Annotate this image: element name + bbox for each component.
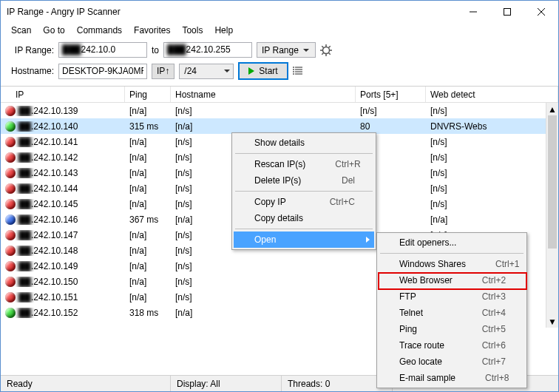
minimize-button[interactable] bbox=[456, 1, 490, 23]
col-ports[interactable]: Ports [5+] bbox=[356, 87, 426, 102]
status-bullet-icon bbox=[5, 199, 16, 209]
menu-separator bbox=[235, 153, 373, 154]
ip-up-button[interactable]: IP↑ bbox=[152, 64, 175, 79]
status-bullet-icon bbox=[5, 168, 16, 178]
col-web[interactable]: Web detect bbox=[426, 87, 558, 102]
status-bullet-icon bbox=[5, 106, 16, 116]
preferences-icon[interactable] bbox=[293, 65, 305, 77]
menu-item-ftp[interactable]: FTPCtrl+3 bbox=[379, 288, 525, 305]
menu-scan[interactable]: Scan bbox=[5, 24, 37, 37]
gear-icon[interactable] bbox=[320, 44, 332, 56]
menu-item-trace-route[interactable]: Trace routeCtrl+6 bbox=[379, 337, 525, 354]
to-label: to bbox=[152, 45, 159, 55]
menu-go-to[interactable]: Go to bbox=[37, 24, 70, 37]
menu-item-windows-shares[interactable]: Windows SharesCtrl+1 bbox=[379, 256, 525, 272]
scroll-up-icon[interactable]: ▲ bbox=[546, 103, 558, 115]
status-bullet-icon bbox=[5, 246, 16, 256]
submenu-arrow-icon bbox=[366, 237, 370, 243]
feeder-dropdown[interactable]: IP Range bbox=[257, 42, 316, 58]
close-button[interactable] bbox=[524, 1, 558, 23]
scroll-thumb[interactable] bbox=[548, 115, 557, 249]
status-bullet-icon bbox=[5, 121, 16, 132]
toolbar: IP Range: ███242.10.0 to ███242.10.255 I… bbox=[1, 38, 558, 86]
status-bullet-icon bbox=[5, 183, 16, 194]
menu-item-telnet[interactable]: TelnetCtrl+4 bbox=[379, 305, 525, 321]
svg-point-19 bbox=[293, 71, 294, 72]
window-title: IP Range - Angry IP Scanner bbox=[7, 7, 456, 17]
table-header: IP Ping Hostname Ports [5+] Web detect bbox=[1, 87, 558, 103]
col-ip[interactable]: IP bbox=[1, 87, 125, 102]
status-bullet-icon bbox=[5, 292, 16, 303]
menu-favorites[interactable]: Favorites bbox=[128, 24, 176, 37]
table-row[interactable]: ██.242.10.140315 ms[n/a]80DNVRS-Webs bbox=[1, 118, 558, 134]
status-bullet-icon bbox=[5, 152, 16, 163]
menu-item-edit-openers[interactable]: Edit openers... bbox=[379, 234, 525, 251]
svg-line-9 bbox=[322, 46, 323, 47]
status-bullet-icon bbox=[5, 137, 16, 147]
svg-point-4 bbox=[323, 47, 330, 53]
svg-rect-1 bbox=[504, 9, 511, 16]
status-bullet-icon bbox=[5, 214, 16, 225]
menu-item-ping[interactable]: PingCtrl+5 bbox=[379, 321, 525, 337]
start-button[interactable]: Start bbox=[238, 62, 288, 80]
menu-help[interactable]: Help bbox=[209, 24, 239, 37]
menu-separator bbox=[235, 229, 373, 229]
svg-point-17 bbox=[293, 67, 294, 68]
menubar: ScanGo toCommandsFavoritesToolsHelp bbox=[1, 23, 558, 38]
status-bullet-icon bbox=[5, 230, 16, 240]
vertical-scrollbar[interactable]: ▲ ▼ bbox=[546, 103, 558, 328]
status-ready: Ready bbox=[1, 376, 171, 391]
ip-to-input[interactable]: ███242.10.255 bbox=[163, 42, 252, 58]
menu-item-delete-ip-s[interactable]: Delete IP(s)Del bbox=[234, 172, 374, 189]
maximize-button[interactable] bbox=[490, 1, 524, 23]
svg-point-18 bbox=[293, 69, 294, 70]
svg-point-20 bbox=[293, 73, 294, 75]
play-icon bbox=[248, 67, 254, 75]
status-display: Display: All bbox=[171, 376, 282, 391]
svg-line-10 bbox=[329, 53, 331, 54]
ip-from-input[interactable]: ███242.10.0 bbox=[58, 42, 147, 58]
hostname-label: Hostname: bbox=[8, 66, 54, 76]
menu-item-copy-details[interactable]: Copy details bbox=[234, 210, 374, 226]
menu-separator bbox=[235, 191, 373, 192]
menu-item-web-browser[interactable]: Web BrowserCtrl+2 bbox=[379, 272, 525, 288]
svg-line-12 bbox=[322, 53, 323, 54]
menu-item-e-mail-sample[interactable]: E-mail sampleCtrl+8 bbox=[379, 370, 525, 386]
col-ping[interactable]: Ping bbox=[125, 87, 171, 102]
status-bullet-icon bbox=[5, 277, 16, 287]
range-label: IP Range: bbox=[8, 45, 54, 55]
menu-separator bbox=[380, 253, 524, 254]
context-menu: Show detailsRescan IP(s)Ctrl+RDelete IP(… bbox=[231, 132, 376, 250]
netmask-dropdown[interactable]: /24 bbox=[179, 64, 234, 79]
status-bullet-icon bbox=[5, 308, 16, 318]
menu-item-rescan-ip-s[interactable]: Rescan IP(s)Ctrl+R bbox=[234, 156, 374, 172]
scroll-down-icon[interactable]: ▼ bbox=[546, 315, 558, 328]
menu-commands[interactable]: Commands bbox=[71, 24, 128, 37]
hostname-input[interactable] bbox=[58, 64, 147, 79]
open-submenu: Edit openers...Windows SharesCtrl+1Web B… bbox=[376, 232, 527, 388]
table-row[interactable]: ██.242.10.139[n/a][n/s][n/s][n/s] bbox=[1, 103, 558, 118]
col-host[interactable]: Hostname bbox=[171, 87, 356, 102]
menu-item-open[interactable]: Open bbox=[234, 232, 374, 248]
svg-line-11 bbox=[329, 46, 331, 47]
menu-tools[interactable]: Tools bbox=[176, 24, 209, 37]
menu-item-copy-ip[interactable]: Copy IPCtrl+C bbox=[234, 194, 374, 210]
app-window: IP Range - Angry IP Scanner ScanGo toCom… bbox=[0, 0, 559, 392]
titlebar: IP Range - Angry IP Scanner bbox=[1, 1, 558, 23]
menu-item-geo-locate[interactable]: Geo locateCtrl+7 bbox=[379, 354, 525, 370]
menu-item-show-details[interactable]: Show details bbox=[234, 135, 374, 151]
status-bullet-icon bbox=[5, 261, 16, 271]
